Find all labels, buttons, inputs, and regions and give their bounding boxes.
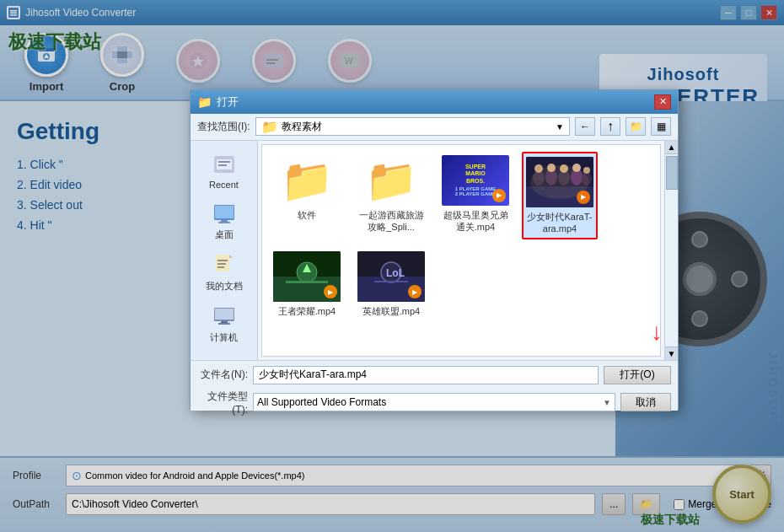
sidebar-recent[interactable]: Recent [194, 148, 254, 193]
path-combo[interactable]: 📁 教程素材 ▼ [255, 117, 570, 136]
mario-name: 超级马里奥兄弟通关.mp4 [441, 209, 510, 234]
dialog-title-text: 打开 [217, 94, 649, 110]
game2-thumb: LoL ▶ [357, 251, 425, 302]
play-icon-kara: ▶ [577, 191, 590, 204]
dialog-scrollbar[interactable]: ▲ ▼ [664, 141, 678, 360]
scroll-thumb[interactable] [666, 156, 678, 190]
filename-row: 文件名(N): 打开(O) [197, 366, 671, 384]
dialog-sidebar: Recent 桌面 我的文档 [191, 141, 258, 360]
recent-label: Recent [209, 180, 239, 190]
nav-new-folder-button[interactable]: 📁 [626, 117, 646, 136]
folder2-name: 一起游西藏旅游攻略_Spli... [357, 209, 426, 234]
search-range-label: 查找范围(I): [197, 120, 250, 134]
svg-rect-31 [217, 266, 224, 268]
recent-icon [211, 151, 238, 178]
file-item-folder2[interactable]: 📁 一起游西藏旅游攻略_Spli... [353, 152, 429, 240]
nav-up-button[interactable]: ↑ [600, 117, 620, 136]
dialog-toolbar: 查找范围(I): 📁 教程素材 ▼ ← ↑ 📁 ▦ [191, 114, 678, 141]
kara-thumb: ▶ [526, 157, 593, 207]
svg-rect-29 [217, 260, 228, 261]
computer-label: 计算机 [210, 331, 238, 344]
filetype-combo[interactable]: All Supported Video Formats ▼ [253, 393, 615, 411]
folder2-icon: 📁 [357, 155, 425, 206]
dialog-close-button[interactable]: ✕ [654, 94, 671, 110]
kara-name: 少女时代KaraT-ara.mp4 [527, 211, 593, 235]
combo-arrow: ▼ [556, 122, 564, 132]
svg-rect-33 [215, 309, 234, 320]
dialog-title-icon: 📁 [197, 95, 212, 109]
folder-icon: 📁 [261, 119, 278, 135]
desktop-icon [211, 200, 238, 227]
play-icon-game2: ▶ [408, 285, 422, 298]
svg-rect-21 [218, 161, 230, 163]
play-icon-game1: ▶ [324, 285, 337, 298]
nav-view-button[interactable]: ▦ [651, 117, 671, 136]
dialog-overlay: 📁 打开 ✕ 查找范围(I): 📁 教程素材 ▼ ← ↑ 📁 ▦ [0, 0, 784, 532]
computer-icon [211, 303, 238, 330]
svg-rect-30 [217, 263, 226, 265]
open-button-label: 打开(O) [620, 368, 654, 382]
scroll-up-button[interactable]: ▲ [665, 141, 678, 154]
svg-rect-53 [286, 281, 328, 283]
game1-name: 王者荣耀.mp4 [278, 305, 336, 317]
dialog-title-bar: 📁 打开 ✕ [191, 90, 678, 114]
file-item-game1[interactable]: ▶ 王者荣耀.mp4 [269, 248, 345, 320]
filename-label: 文件名(N): [197, 368, 248, 382]
current-path: 教程素材 [282, 120, 552, 134]
sidebar-desktop[interactable]: 桌面 [194, 196, 254, 245]
file-item-mario[interactable]: SUPERMARIOBROS. 1 PLAYER GAME2 PLAYER GA… [438, 152, 513, 240]
scroll-track [665, 154, 678, 347]
desktop-label: 桌面 [215, 228, 234, 241]
svg-rect-35 [218, 323, 230, 325]
documents-label: 我的文档 [206, 280, 243, 293]
svg-text:LoL: LoL [386, 267, 405, 279]
file-item-folder1[interactable]: 📁 软件 [269, 152, 345, 240]
mario-thumb: SUPERMARIOBROS. 1 PLAYER GAME2 PLAYER GA… [442, 155, 509, 206]
filetype-value: All Supported Video Formats [257, 396, 603, 408]
svg-rect-34 [221, 321, 228, 323]
folder1-icon: 📁 [273, 155, 341, 206]
open-button[interactable]: 打开(O) [604, 366, 671, 384]
svg-rect-25 [221, 220, 228, 222]
filetype-combo-arrow: ▼ [603, 398, 611, 407]
sidebar-computer[interactable]: 计算机 [194, 299, 254, 347]
dialog-bottom: 文件名(N): 打开(O) 文件类型(T): All Supported Vid… [191, 360, 678, 411]
file-grid: 📁 软件 📁 一起游西藏旅游攻略_Spli... [261, 144, 661, 357]
filetype-label: 文件类型(T): [197, 390, 248, 416]
svg-rect-58 [374, 281, 408, 282]
svg-point-47 [583, 167, 590, 174]
scroll-down-button[interactable]: ▼ [665, 347, 678, 360]
svg-rect-22 [218, 164, 227, 166]
play-icon-mario: ▶ [492, 189, 506, 202]
game1-thumb: ▶ [273, 251, 341, 302]
cancel-button[interactable]: 取消 [620, 393, 671, 411]
svg-rect-26 [218, 222, 230, 223]
game2-name: 英雄联盟.mp4 [362, 305, 420, 317]
open-file-dialog: 📁 打开 ✕ 查找范围(I): 📁 教程素材 ▼ ← ↑ 📁 ▦ [190, 89, 679, 410]
nav-back-button[interactable]: ← [575, 117, 595, 136]
filetype-row: 文件类型(T): All Supported Video Formats ▼ 取… [197, 390, 671, 416]
file-item-kara[interactable]: ▶ 少女时代KaraT-ara.mp4 [522, 152, 598, 240]
file-item-game2[interactable]: LoL ▶ 英雄联盟.mp4 [353, 248, 429, 320]
app-window: Jihosoft Video Converter ─ □ ✕ 极速下载站 Imp… [0, 0, 784, 532]
sidebar-documents[interactable]: 我的文档 [194, 248, 254, 296]
arrow-indicator: ↓ [651, 319, 663, 346]
dialog-content: Recent 桌面 我的文档 [191, 141, 678, 360]
filename-input[interactable] [253, 366, 599, 384]
folder1-name: 软件 [298, 209, 316, 221]
svg-rect-24 [215, 206, 234, 218]
documents-icon [211, 251, 238, 278]
cancel-button-label: 取消 [636, 395, 656, 410]
svg-marker-28 [229, 255, 233, 258]
